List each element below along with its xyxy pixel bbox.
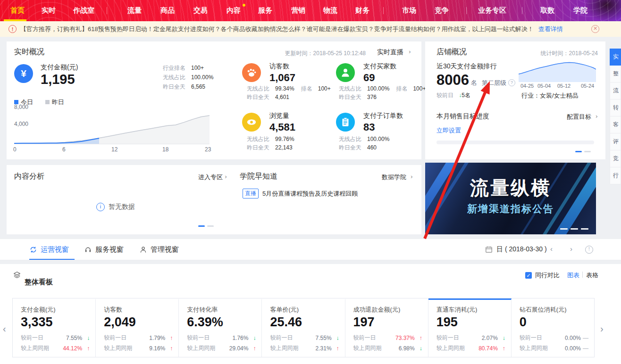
compare-label: 较前一日 [520, 334, 542, 342]
nav-item-war-room[interactable]: 作战室 [73, 6, 94, 15]
cards-scroll-prev[interactable]: ‹ [3, 323, 6, 334]
nav-item-traffic[interactable]: 流量 [127, 6, 142, 15]
shop-pagination[interactable] [575, 151, 591, 152]
nav-item-realtime[interactable]: 实时 [42, 6, 56, 15]
cards-scroll-next[interactable]: › [600, 323, 604, 334]
nav-item-marketing[interactable]: 营销 [291, 6, 305, 15]
metric-card-title: 直通车消耗(元) [436, 306, 504, 314]
tab-management-view[interactable]: 管理视窗 [139, 245, 179, 254]
trend-arrow-icon: ↓ [332, 335, 339, 341]
metric-card[interactable]: 支付转化率 6.39% 较前一日 1.76% ↓ 较上周同期 29.04% ↑ [179, 298, 262, 357]
academy-course-link[interactable]: 5月份直播课程预告及历史课程回顾 [262, 190, 358, 198]
trend-arrow-icon: ↓ [415, 345, 422, 352]
x-axis-line [14, 144, 210, 144]
banner-title: 流量纵横 [425, 175, 596, 201]
pager-dash[interactable] [207, 225, 214, 227]
content-pagination[interactable] [198, 225, 214, 227]
pager-dash-active[interactable] [575, 151, 582, 152]
realtime-live-link[interactable]: 实时直播 [377, 48, 403, 57]
metric-card-value: 3,335 [21, 315, 89, 330]
nav-item-market[interactable]: 市场 [402, 6, 416, 15]
pager-dash-active[interactable] [198, 225, 205, 227]
set-goal-link[interactable]: 立即设置 [436, 126, 461, 135]
refresh-icon [29, 246, 37, 254]
metric-card-row: 较前一日 73.37% ↑ [353, 334, 422, 342]
tab-service-view[interactable]: 服务视窗 [84, 245, 124, 254]
metric-card-row: 较前一日 1.79% ↑ [104, 334, 173, 342]
content-empty-text: 暂无数据 [109, 203, 135, 211]
help-icon[interactable]: ? [508, 79, 515, 86]
nav-item-trade[interactable]: 交易 [193, 6, 208, 15]
board-title: 整体看板 [25, 278, 53, 287]
metric-card[interactable]: 成功退款金额(元) 197 较前一日 73.37% ↑ 较上周同期 6.98% … [345, 298, 428, 357]
rail-shortcut-item[interactable]: 行 [610, 167, 621, 184]
metric-card-title: 支付金额(元) [21, 306, 89, 314]
nav-item-logistics[interactable]: 物流 [323, 6, 337, 15]
stat-value: 22,143 [275, 144, 293, 151]
nav-item-competition[interactable]: 竞争 [435, 6, 449, 15]
banner-pagination[interactable] [560, 228, 588, 230]
tab-label: 运营视窗 [41, 245, 69, 254]
view-toggle-divider [582, 272, 583, 278]
rail-item-label: 行 [613, 172, 619, 180]
nav-item-business-zone[interactable]: 业务专区 [478, 6, 506, 15]
nav-item-content[interactable]: 内容 [227, 6, 241, 15]
stat-label: 无线占比 [339, 85, 361, 92]
pager-dash[interactable] [560, 228, 568, 230]
metric-card[interactable]: 直通车消耗(元) 195 较前一日 2.07% ↓ 较上周同期 80.74% ↑ [428, 298, 512, 357]
metric-card-value: 195 [436, 315, 504, 330]
notice-detail-link[interactable]: 查看详情 [538, 25, 563, 33]
rail-item-label: 竞 [613, 155, 619, 163]
table-view-toggle[interactable]: 表格 [586, 271, 598, 280]
pay-buyers-icon [336, 63, 355, 82]
compare-percent: 9.16% [149, 345, 165, 352]
academy-link[interactable]: 数据学院 [382, 173, 406, 182]
metric-card[interactable]: 访客数 2,049 较前一日 1.79% ↑ 较上周同期 9.16% ↑ [96, 298, 179, 357]
date-prev-button[interactable]: ‹ [550, 245, 553, 253]
nav-item-service[interactable]: 服务 [258, 6, 272, 15]
chart-view-toggle[interactable]: 图表 [567, 271, 579, 280]
compare-label: 较上周同期 [353, 344, 382, 352]
metric-card[interactable]: 支付金额(元) 3,335 较前一日 7.55% ↓ 较上周同期 44.12% … [13, 298, 96, 357]
nav-item-home[interactable]: 首页 [10, 6, 25, 15]
chevron-right-icon: › [411, 173, 413, 180]
content-zone-link[interactable]: 进入专区 [198, 173, 223, 182]
metric-card[interactable]: 钻石展位消耗(元) 0 较前一日 0.00% — 较上周同期 0.00% — [512, 298, 594, 357]
nav-item-product[interactable]: 商品 [160, 6, 175, 15]
metric-card[interactable]: 客单价(元) 25.46 较前一日 7.55% ↓ 较上周同期 2.31% ↑ [262, 298, 345, 357]
nav-item-data-extract[interactable]: 取数 [540, 6, 554, 15]
pager-dash[interactable] [571, 228, 578, 230]
pager-dash[interactable] [584, 151, 591, 152]
date-next-button[interactable]: › [570, 245, 572, 253]
configure-goal-link[interactable]: 配置目标 [567, 113, 591, 121]
chevron-right-icon: › [225, 173, 227, 180]
nav-decoration [584, 0, 621, 21]
banner-subtitle: 新增渠道指标公告 [425, 202, 596, 215]
pager-dash[interactable] [581, 228, 588, 230]
notice-close-icon[interactable]: ✕ [591, 25, 599, 33]
rail-shortcut-item[interactable]: 转 [610, 99, 621, 116]
rail-shortcut-item[interactable]: 竞 [610, 150, 621, 167]
trend-arrow-icon: ↑ [165, 335, 173, 341]
visitors-icon [242, 63, 261, 82]
nav-item-academy[interactable]: 学院 [573, 6, 587, 15]
monthly-goal-label: 本月销售目标进度 [436, 112, 489, 121]
info-circle-icon[interactable]: ! [585, 246, 593, 254]
promo-banner[interactable]: 流量纵横 新增渠道指标公告 [425, 163, 596, 234]
tab-label: 管理视窗 [151, 245, 179, 254]
rail-shortcut-item[interactable]: 整 [610, 66, 621, 83]
nav-item-finance[interactable]: 财务 [355, 6, 369, 15]
date-selector[interactable]: 日 ( 2018-03-30 ) [485, 245, 547, 254]
compare-label: 较上周同期 [270, 344, 298, 352]
compare-label: 较上周同期 [104, 344, 132, 352]
rail-shortcut-item[interactable]: 客 [610, 116, 621, 133]
peer-compare-checkbox[interactable]: ✓ [525, 272, 532, 279]
metric-card-row: 较前一日 7.55% ↓ [270, 334, 339, 342]
yesterday-total-value: 6,565 [191, 83, 205, 90]
tab-operation-view[interactable]: 运营视窗 [29, 245, 69, 254]
vs-prev-day-label: 较前日 [436, 92, 453, 99]
rank-change-value: 5名 [462, 92, 470, 99]
rail-shortcut-item[interactable]: 评 [610, 133, 621, 150]
rail-shortcut-item[interactable]: 实 [610, 49, 621, 66]
rail-shortcut-item[interactable]: 流 [610, 83, 621, 99]
